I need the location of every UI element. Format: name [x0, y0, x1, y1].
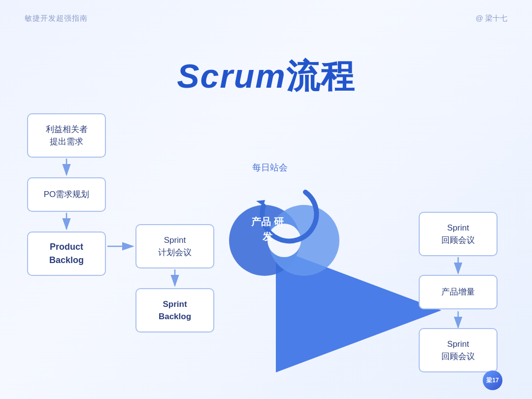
product-backlog-box: ProductBacklog: [27, 232, 106, 276]
sprint-review-bottom-box: Sprint回顾会议: [419, 328, 498, 372]
stakeholder-box: 利益相关者提出需求: [27, 113, 106, 158]
svg-point-8: [228, 206, 299, 277]
header-left-text: 敏捷开发超强指南: [25, 14, 88, 23]
sprint-backlog-box: SprintBacklog: [135, 288, 214, 332]
sprint-plan-box: Sprint计划会议: [135, 224, 214, 268]
svg-marker-12: [256, 200, 265, 206]
po-planning-box: PO需求规划: [27, 177, 106, 212]
svg-point-9: [229, 205, 300, 276]
svg-point-10: [268, 205, 339, 276]
watermark: 梁17: [483, 370, 502, 390]
loop-center-text: 产品 研发: [250, 214, 285, 244]
sprint-review-top-box: Sprint回顾会议: [419, 212, 498, 256]
watermark-avatar: 梁17: [483, 370, 502, 390]
daily-standup-label: 每日站会: [252, 162, 288, 173]
header-right-text: @ 梁十七: [476, 14, 507, 23]
svg-point-11: [267, 224, 301, 257]
product-increment-box: 产品增量: [419, 275, 498, 309]
page-title: Scrum流程: [177, 54, 355, 99]
